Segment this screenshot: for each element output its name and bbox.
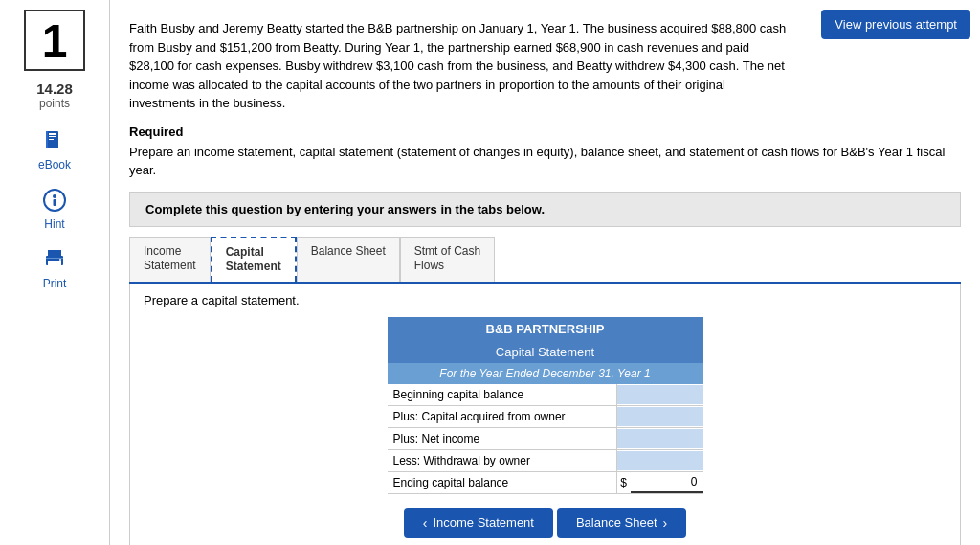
prepare-label: Prepare a capital statement. (144, 293, 947, 307)
problem-body: Faith Busby and Jeremy Beatty started th… (129, 21, 786, 110)
table-title: Capital Statement (388, 341, 703, 363)
question-number: 1 (24, 10, 85, 71)
svg-rect-1 (49, 133, 56, 135)
table-row: Less: Withdrawal by owner (388, 450, 703, 472)
svg-rect-2 (49, 136, 56, 137)
table-row: Beginning capital balance (388, 384, 703, 406)
points-value: 14.28 (36, 80, 73, 97)
prev-nav-button[interactable]: ‹ Income Statement (404, 508, 553, 538)
row-input-beginning[interactable] (617, 385, 703, 404)
ending-row: Ending capital balance $ (388, 472, 703, 494)
prev-btn-label: Income Statement (433, 515, 534, 530)
table-row: Plus: Net income (388, 428, 703, 450)
svg-point-6 (53, 194, 56, 198)
row-label-capital-acquired: Plus: Capital acquired from owner (388, 406, 617, 427)
row-label-beginning: Beginning capital balance (388, 384, 617, 405)
main-content: View previous attempt Faith Busby and Je… (110, 0, 980, 545)
sidebar-hint-label: Hint (44, 217, 64, 231)
sidebar-print-label: Print (43, 277, 67, 290)
next-btn-label: Balance Sheet (576, 515, 657, 530)
row-input-withdrawal[interactable] (617, 451, 703, 470)
tab-balance-sheet[interactable]: Balance Sheet (297, 237, 400, 282)
tab-stmt-cash-flows[interactable]: Stmt of Cash Flows (400, 237, 495, 282)
row-label-ending: Ending capital balance (388, 472, 617, 493)
row-label-net-income: Plus: Net income (388, 428, 617, 449)
book-icon (39, 125, 70, 156)
row-input-ending[interactable] (631, 472, 703, 493)
company-name: B&B PARTNERSHIP (388, 317, 703, 341)
tab-capital-statement[interactable]: Capital Statement (211, 237, 297, 282)
required-heading: Required (129, 125, 961, 139)
top-bar: View previous attempt (821, 10, 970, 39)
table-period: For the Year Ended December 31, Year 1 (388, 363, 703, 384)
capital-statement-table: B&B PARTNERSHIP Capital Statement For th… (388, 317, 703, 494)
points-text: points (36, 97, 73, 110)
next-nav-button[interactable]: Balance Sheet › (557, 508, 686, 538)
points-label: 14.28 points (36, 80, 73, 110)
hint-icon (39, 185, 70, 216)
dollar-sign: $ (617, 473, 631, 492)
svg-rect-3 (49, 139, 54, 140)
required-text: Prepare an income statement, capital sta… (129, 143, 961, 180)
print-icon (39, 244, 70, 275)
sidebar-item-print[interactable]: Print (39, 244, 70, 290)
row-label-withdrawal: Less: Withdrawal by owner (388, 450, 617, 471)
svg-rect-7 (54, 199, 56, 206)
sidebar-item-ebook[interactable]: eBook (38, 125, 71, 171)
svg-rect-11 (46, 258, 63, 259)
left-arrow-icon: ‹ (423, 515, 428, 531)
sidebar-ebook-label: eBook (38, 158, 71, 171)
tabs-bar: Income Statement Capital Statement Balan… (129, 237, 961, 284)
view-previous-button[interactable]: View previous attempt (821, 10, 970, 39)
instruction-box: Complete this question by entering your … (129, 192, 961, 227)
svg-rect-10 (48, 261, 61, 267)
sidebar-item-hint[interactable]: Hint (39, 185, 70, 231)
table-row: Plus: Capital acquired from owner (388, 406, 703, 428)
sidebar: 1 14.28 points eBook Hint (0, 0, 110, 545)
row-input-capital-acquired[interactable] (617, 407, 703, 426)
tab-content: Prepare a capital statement. B&B PARTNER… (129, 284, 961, 545)
tab-income-statement[interactable]: Income Statement (129, 237, 211, 282)
row-input-net-income[interactable] (617, 429, 703, 448)
bottom-nav: ‹ Income Statement Balance Sheet › (144, 508, 947, 538)
svg-rect-4 (46, 131, 48, 148)
right-arrow-icon: › (663, 515, 668, 531)
svg-point-12 (59, 259, 61, 261)
